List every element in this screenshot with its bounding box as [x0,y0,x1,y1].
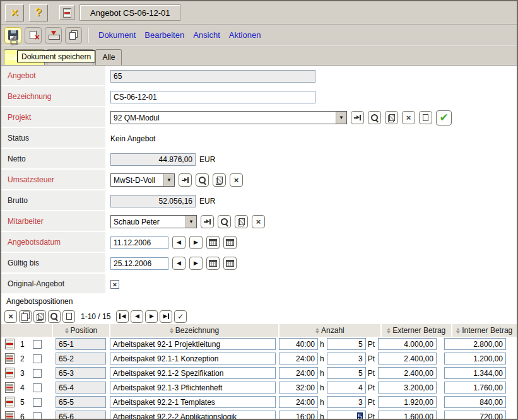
mitarbeiter-paste-button[interactable] [235,215,248,228]
hours-field[interactable]: 16:00 [279,411,318,420]
tab-alle[interactable]: Alle [95,49,122,65]
pager-first-button[interactable]: ◀ [116,310,129,323]
bezeichnung-field[interactable]: Arbeitspaket 92.1-2 Spezifikation [110,367,276,379]
interner-betrag-field[interactable]: 1.760,00 [444,382,506,394]
sort-icon[interactable] [456,328,460,334]
bezeichnung-field[interactable]: Arbeitspaket 92-1 Projektleitung [110,338,276,350]
date-next-button[interactable]: ▶ [189,257,203,270]
calendar-button[interactable] [206,236,220,249]
externer-betrag-field[interactable]: 1.600,00 [378,411,437,420]
menu-aktionen[interactable]: Aktionen [225,30,266,40]
positions-copy-button[interactable] [19,310,32,323]
column-header-externer-betrag[interactable]: Externer Betrag [380,324,450,337]
row-document-icon[interactable] [5,339,15,349]
interner-betrag-field[interactable]: 1.200,00 [444,353,506,365]
positions-delete-button[interactable]: × [4,310,17,323]
points-field[interactable]: 5 [327,338,366,350]
calendar-button[interactable] [206,257,220,270]
umsatzsteuer-clear-button[interactable]: × [230,173,243,187]
interner-betrag-field[interactable]: 840,00 [444,396,506,408]
row-checkbox[interactable] [33,412,42,420]
gueltig-bis-field[interactable]: 25.12.2006 [110,257,168,270]
mitarbeiter-search-button[interactable] [218,215,231,228]
pager-prev-button[interactable]: ◀ [131,310,143,323]
interner-betrag-field[interactable]: 720,00 [444,411,506,420]
umsatzsteuer-paste-button[interactable] [213,173,226,187]
bezeichnung-field[interactable]: CS-06-12-01 [110,91,315,103]
sort-icon[interactable] [315,328,319,334]
sort-icon[interactable] [65,328,69,334]
delete-document-button[interactable] [25,27,42,44]
column-header-bezeichnung[interactable]: Bezeichnung [109,324,278,337]
positions-search-button[interactable] [48,310,61,323]
import-button[interactable] [45,27,62,44]
points-field[interactable]: 3 [327,353,366,365]
points-field[interactable]: 4 [327,382,366,394]
date-next-button[interactable]: ▶ [189,236,203,249]
date-prev-button[interactable]: ◀ [172,236,185,249]
interner-betrag-field[interactable]: 1.344,00 [444,367,506,379]
row-document-icon[interactable] [5,368,15,378]
interner-betrag-field[interactable]: 2.800,00 [444,338,506,350]
column-header-anzahl[interactable]: Anzahl [278,324,380,337]
row-checkbox[interactable] [33,383,42,392]
externer-betrag-field[interactable]: 3.200,00 [378,382,437,394]
pager-next-button[interactable]: ▶ [145,310,158,323]
hours-field[interactable]: 40:00 [279,338,318,350]
mitarbeiter-clear-button[interactable]: × [252,215,265,228]
externer-betrag-field[interactable]: 4.000,00 [378,338,437,350]
sort-icon[interactable] [387,328,391,334]
help-button[interactable]: ? [29,4,48,21]
mitarbeiter-goto-button[interactable] [201,215,214,228]
projekt-paste-button[interactable] [385,111,398,124]
projekt-goto-button[interactable] [351,111,364,124]
original-angebot-checkbox[interactable]: × [110,280,119,289]
projekt-clear-button[interactable]: × [402,111,415,124]
sort-icon[interactable] [170,328,174,334]
angebotsdatum-field[interactable]: 11.12.2006 [110,236,168,249]
projekt-search-button[interactable] [368,111,381,124]
row-checkbox[interactable] [33,340,42,349]
projekt-confirm-button[interactable]: ✔ [436,110,452,125]
row-checkbox[interactable] [33,369,42,378]
externer-betrag-field[interactable]: 2.400,00 [378,367,437,379]
positions-paste-button[interactable] [33,310,46,323]
hours-field[interactable]: 24:00 [279,396,318,408]
menu-dokument[interactable]: Dokument [94,30,140,40]
projekt-new-button[interactable] [419,111,432,124]
row-document-icon[interactable] [5,397,15,407]
date-prev-button[interactable]: ◀ [172,257,185,270]
externer-betrag-field[interactable]: 2.400,00 [378,353,437,365]
points-field[interactable]: 5 [327,367,366,379]
document-type-button[interactable] [59,5,74,20]
hours-field[interactable]: 32:00 [279,382,318,394]
column-header-interner-betrag[interactable]: Interner Betrag [451,324,517,337]
points-field[interactable]: 3 [327,396,366,408]
positions-apply-button[interactable]: ✓ [174,310,187,323]
positions-new-button[interactable] [62,310,75,323]
row-document-icon[interactable] [5,353,15,364]
close-button[interactable]: ✕ [5,4,24,21]
projekt-combobox[interactable]: 92 QM-Modul ▼ [110,111,347,124]
bezeichnung-field[interactable]: Arbeitspaket 92.1-3 Pflichtenheft [110,382,276,394]
umsatzsteuer-goto-button[interactable] [179,173,192,187]
chevron-down-icon[interactable]: ▼ [163,174,174,186]
umsatzsteuer-combobox[interactable]: MwSt-D-Voll ▼ [110,173,175,187]
umsatzsteuer-search-button[interactable] [196,173,209,187]
chevron-down-icon[interactable]: ▼ [185,216,196,228]
menu-bearbeiten[interactable]: Bearbeiten [140,30,189,40]
chevron-down-icon[interactable]: ▼ [336,112,346,124]
bezeichnung-field[interactable]: Arbeitspaket 92.1-1 Konzeption [110,353,276,365]
hours-field[interactable]: 24:00 [279,367,318,379]
mitarbeiter-combobox[interactable]: Schaub Peter ▼ [110,215,197,228]
row-checkbox[interactable] [33,398,42,407]
externer-betrag-field[interactable]: 1.920,00 [378,396,437,408]
pager-last-button[interactable]: ▶ [160,310,172,323]
calendar-today-button[interactable] [223,236,237,249]
row-document-icon[interactable] [5,411,15,420]
menu-ansicht[interactable]: Ansicht [189,30,225,40]
bezeichnung-field[interactable]: Arbeitspaket 92.2-2 Applikationslogik [110,411,276,420]
row-checkbox[interactable] [33,354,42,363]
hours-field[interactable]: 24:00 [279,353,318,365]
calendar-today-button[interactable] [223,257,237,270]
